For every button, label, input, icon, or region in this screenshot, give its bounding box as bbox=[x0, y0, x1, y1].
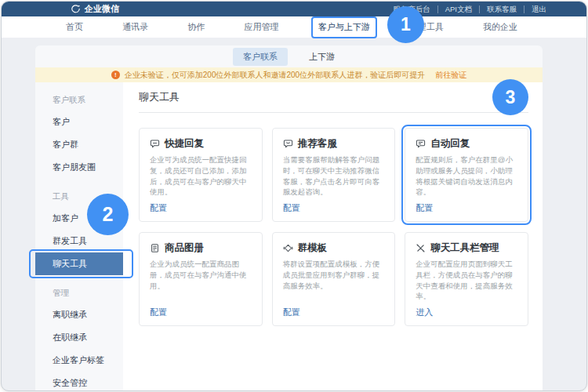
sidebar-item-customer-moments[interactable]: 客户朋友圈 bbox=[35, 156, 123, 179]
card-header: 推荐客服 bbox=[283, 137, 385, 151]
card-auto-reply[interactable]: 自动回复 配置规则后，客户在群里@小助理或服务人员提问，小助理将根据关键词自动发… bbox=[405, 128, 528, 222]
top-bar: 企业微信 服务商后台 API文档 联系客服 退出 bbox=[2, 2, 586, 16]
banner-text: 企业未验证，仅可添加200位外部联系人和邀请200位外部联系人进群，验证后即可提… bbox=[125, 70, 425, 81]
annotation-badge-2: 2 bbox=[87, 194, 129, 235]
card-product-catalog[interactable]: 商品图册 企业为成员统一配置商品图册，成员可在与客户沟通中使用。 配置 bbox=[139, 232, 263, 326]
card-title: 聊天工具栏管理 bbox=[430, 241, 499, 255]
card-quick-reply[interactable]: 快捷回复 企业可为成员统一配置快捷回复，成员还可自己添加，添加后，成员可在与客户… bbox=[139, 128, 263, 222]
card-header: 自动回复 bbox=[416, 137, 517, 151]
configure-link[interactable]: 配置 bbox=[283, 307, 385, 318]
card-title: 商品图册 bbox=[165, 241, 204, 255]
card-description: 企业可配置应用页面到聊天工具栏，方便成员在与客户的聊天中查看和使用，提高服务效率… bbox=[416, 259, 517, 302]
main-content: 聊天工具 快捷回复 bbox=[123, 82, 543, 390]
sidebar-item-resigned-inherit[interactable]: 离职继承 bbox=[35, 303, 123, 326]
card-header: 快捷回复 bbox=[150, 137, 252, 151]
feature-cards: 快捷回复 企业可为成员统一配置快捷回复，成员还可自己添加，添加后，成员可在与客户… bbox=[139, 128, 528, 326]
card-title: 自动回复 bbox=[430, 137, 470, 151]
sidebar: 客户联系 客户 客户群 客户朋友圈 工具 加客户 群发工具 聊天工具 管理 离职… bbox=[35, 82, 123, 390]
secondary-tabs: 客户联系 上下游 bbox=[35, 45, 543, 67]
tab-customer-contact[interactable]: 客户联系 bbox=[233, 48, 288, 66]
card-header: 商品图册 bbox=[150, 241, 252, 255]
sidebar-item-chat-tools[interactable]: 聊天工具 bbox=[35, 252, 123, 275]
link-logout[interactable]: 退出 bbox=[524, 5, 554, 13]
nav-item-my-company[interactable]: 我的企业 bbox=[483, 21, 517, 33]
card-description: 企业为成员统一配置商品图册，成员可在与客户沟通中使用。 bbox=[150, 259, 252, 291]
annotation-badge-3: 3 bbox=[492, 79, 528, 115]
app-window: 企业微信 服务商后台 API文档 联系客服 退出 首页 通讯录 协作 应用管理 … bbox=[1, 1, 587, 391]
nav-item-app-management[interactable]: 应用管理 bbox=[244, 21, 278, 33]
sidebar-item-customer-groups[interactable]: 客户群 bbox=[35, 133, 123, 156]
toolbar-manage-icon bbox=[416, 243, 426, 253]
nav-item-customers-updownstream[interactable]: 客户与上下游 bbox=[318, 21, 370, 33]
panel-body: 客户联系 客户 客户群 客户朋友圈 工具 加客户 群发工具 聊天工具 管理 离职… bbox=[35, 82, 543, 390]
card-title: 群模板 bbox=[298, 241, 328, 255]
link-contact-support[interactable]: 联系客服 bbox=[479, 5, 524, 13]
enter-link[interactable]: 进入 bbox=[416, 307, 517, 318]
product-catalog-icon bbox=[150, 243, 160, 253]
card-description: 将群设置项配置成模板，方便成员批量应用到客户群聊，提高服务效率。 bbox=[283, 259, 385, 291]
card-toolbar-management[interactable]: 聊天工具栏管理 企业可配置应用页面到聊天工具栏，方便成员在与客户的聊天中查看和使… bbox=[405, 232, 528, 326]
nav-item-collaboration[interactable]: 协作 bbox=[187, 21, 205, 33]
card-title: 推荐客服 bbox=[298, 137, 337, 151]
card-description: 配置规则后，客户在群里@小助理或服务人员提问，小助理将根据关键词自动发送消息内容… bbox=[416, 154, 517, 198]
auto-reply-icon bbox=[416, 139, 426, 149]
card-header: 群模板 bbox=[283, 241, 385, 255]
annotation-badge-1: 1 bbox=[387, 6, 424, 43]
title-divider bbox=[139, 112, 528, 113]
nav-item-home[interactable]: 首页 bbox=[66, 21, 83, 33]
warning-icon: ! bbox=[111, 71, 120, 79]
logo-text: 企业微信 bbox=[85, 3, 119, 15]
tab-updownstream[interactable]: 上下游 bbox=[299, 48, 345, 66]
main-nav: 首页 通讯录 协作 应用管理 客户与上下游 管理工具 我的企业 bbox=[2, 16, 586, 38]
nav-item-label: 客户与上下游 bbox=[318, 22, 370, 31]
card-description: 当需要客服帮助解答客户问题时，可在聊天中主动推荐微信客服，客户点击名片即可向客服… bbox=[283, 154, 385, 198]
verification-banner: ! 企业未验证，仅可添加200位外部联系人和邀请200位外部联系人进群，验证后即… bbox=[35, 67, 543, 82]
configure-link[interactable]: 配置 bbox=[150, 202, 252, 214]
card-group-template[interactable]: 群模板 将群设置项配置成模板，方便成员批量应用到客户群聊，提高服务效率。 配置 bbox=[272, 232, 396, 326]
sidebar-item-customer-tags[interactable]: 企业客户标签 bbox=[35, 349, 123, 372]
sidebar-item-onjob-inherit[interactable]: 在职继承 bbox=[35, 326, 123, 349]
group-template-icon bbox=[283, 243, 293, 253]
sidebar-item-customers[interactable]: 客户 bbox=[35, 111, 123, 133]
configure-link[interactable]: 配置 bbox=[150, 307, 252, 318]
quick-reply-icon bbox=[150, 139, 160, 149]
card-header: 聊天工具栏管理 bbox=[416, 241, 517, 255]
configure-link[interactable]: 配置 bbox=[416, 202, 517, 214]
wechat-work-logo: 企业微信 bbox=[71, 3, 119, 15]
nav-item-contacts[interactable]: 通讯录 bbox=[122, 21, 148, 33]
card-recommend-service[interactable]: 推荐客服 当需要客服帮助解答客户问题时，可在聊天中主动推荐微信客服，客户点击名片… bbox=[272, 128, 396, 222]
chat-bubble-logo-icon bbox=[71, 4, 81, 14]
sidebar-item-label: 聊天工具 bbox=[53, 259, 87, 268]
sidebar-group-management: 管理 bbox=[35, 288, 123, 299]
recommend-service-icon bbox=[283, 139, 293, 149]
card-description: 企业可为成员统一配置快捷回复，成员还可自己添加，添加后，成员可在与客户的聊天中使… bbox=[150, 154, 252, 198]
card-title: 快捷回复 bbox=[165, 137, 204, 151]
link-api-docs[interactable]: API文档 bbox=[437, 5, 479, 13]
sidebar-group-customer-contact: 客户联系 bbox=[35, 95, 123, 106]
configure-link[interactable]: 配置 bbox=[283, 202, 385, 214]
page-title: 聊天工具 bbox=[139, 90, 528, 104]
sidebar-item-security-control[interactable]: 安全管控 bbox=[35, 372, 123, 391]
go-verify-link[interactable]: 前往验证 bbox=[435, 70, 466, 81]
